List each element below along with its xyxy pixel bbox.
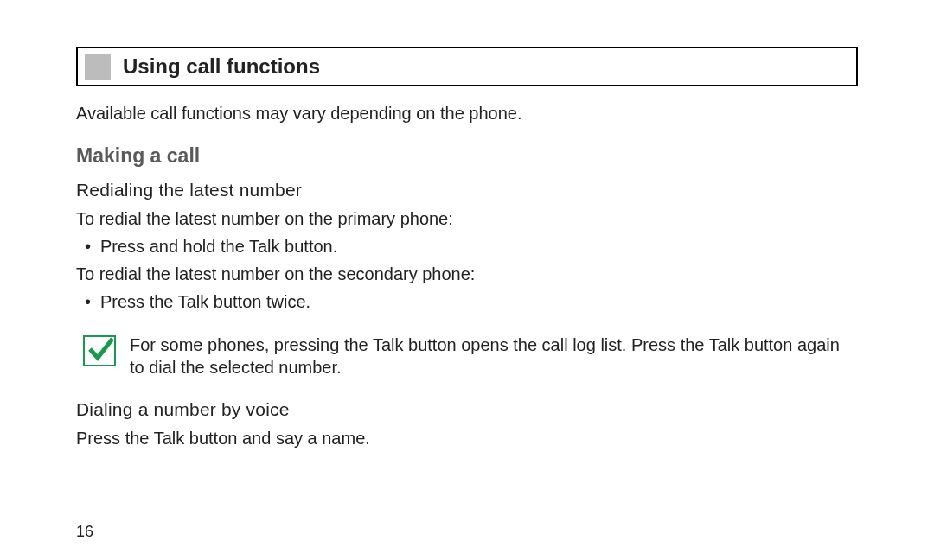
intro-paragraph: Available call functions may vary depend… xyxy=(76,102,858,125)
note-text: For some phones, pressing the Talk butto… xyxy=(130,334,858,379)
subsubsection-redial: Redialing the latest number xyxy=(76,180,858,200)
section-heading-box: Using call functions xyxy=(76,47,858,86)
redial-secondary-bullet: Press the Talk button twice. xyxy=(100,290,858,315)
subsection-making-a-call: Making a call xyxy=(76,144,858,168)
redial-primary-bullet: Press and hold the Talk button. xyxy=(100,234,858,259)
redial-primary-label: To redial the latest number on the prima… xyxy=(76,207,858,231)
subsubsection-voice-dial: Dialing a number by voice xyxy=(76,399,858,420)
page-number: 16 xyxy=(76,523,93,541)
section-heading-text: Using call functions xyxy=(123,54,320,79)
checkmark-icon xyxy=(83,335,116,366)
note-block: For some phones, pressing the Talk butto… xyxy=(76,334,858,379)
redial-secondary-list: Press the Talk button twice. xyxy=(76,290,858,315)
redial-secondary-label: To redial the latest number on the secon… xyxy=(76,263,858,286)
voice-dial-body: Press the Talk button and say a name. xyxy=(76,427,858,450)
heading-decorative-square xyxy=(85,54,111,80)
redial-primary-list: Press and hold the Talk button. xyxy=(76,234,858,259)
